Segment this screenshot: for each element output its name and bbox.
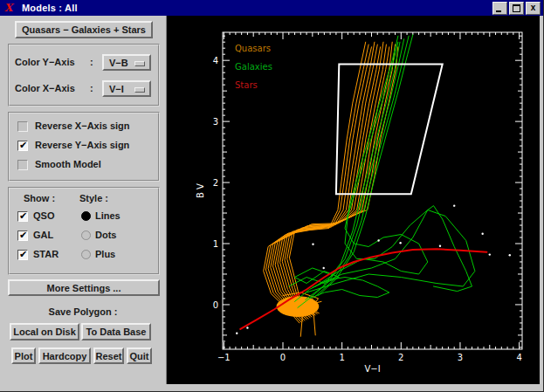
svg-text:2: 2 [213,178,218,188]
smooth-model-checkbox[interactable] [17,160,28,170]
star-label: STAR [33,249,59,259]
axis-options-group: Reverse X−Axis sign Reverse Y−Axis sign … [8,112,160,182]
svg-text:−1: −1 [217,353,231,362]
svg-text:4: 4 [516,353,521,362]
axis-select-group: Color Y−Axis : V−B Color X−Axis : V−I [8,44,160,107]
x11-app-icon: X [4,3,17,13]
reset-button[interactable]: Reset [93,347,124,364]
save-polygon-label: Save Polygon : [0,306,166,317]
close-button[interactable]: x [526,2,541,15]
plot-button[interactable]: Plot [11,347,36,364]
dots-label: Dots [95,230,116,240]
maximize-button[interactable] [509,2,524,15]
to-data-base-button[interactable]: To Data Base [81,323,151,340]
show-style-group: Show : Style : QSO Lines GAL Dots STAR P… [8,187,160,275]
control-panel: Quasars − Galaxies + Stars Color Y−Axis … [0,16,166,392]
reverse-x-checkbox[interactable] [17,121,28,132]
qso-checkbox[interactable] [17,211,28,222]
dots-radio[interactable] [81,230,91,240]
galaxies-series [289,35,475,308]
title-bar[interactable]: X Models : All x [0,0,544,16]
close-icon: x [527,2,540,13]
color-color-plot[interactable]: −10123401234V−IB VQuasarsGalaxiesStars [167,16,540,384]
minimize-button[interactable] [492,2,507,15]
legend-quasars: Quasars [235,44,271,53]
show-header: Show : [24,193,55,203]
reverse-y-label: Reverse Y−Axis sign [35,140,129,150]
quasars-series [264,42,398,336]
maximize-icon [513,4,520,12]
svg-text:0: 0 [213,300,218,310]
application-window: X Models : All x Quasars − Galaxies + St… [0,0,544,392]
gal-checkbox[interactable] [17,230,28,241]
x-axis-option-value: V−I [109,84,124,94]
color-y-axis-label: Color Y−Axis [15,57,75,67]
plot-legend: QuasarsGalaxiesStars [235,44,272,90]
svg-text:1: 1 [213,239,218,249]
color-x-axis-label: Color X−Axis [15,83,75,93]
axis-ticks [223,32,522,349]
colon-separator: : [90,57,93,67]
quit-button[interactable]: Quit [127,347,152,364]
window-title: Models : All [22,3,78,13]
legend-stars: Stars [235,80,258,90]
svg-text:1: 1 [339,353,344,362]
x-axis-option-menu[interactable]: V−I [102,80,151,97]
star-checkbox[interactable] [17,250,28,260]
y-axis-title: B V [196,183,205,198]
reverse-y-checkbox[interactable] [17,141,28,151]
svg-text:0: 0 [280,353,286,362]
smooth-model-label: Smooth Model [35,159,101,169]
more-settings-button[interactable]: More Settings ... [8,279,160,296]
y-axis-option-menu[interactable]: V−B [102,54,151,71]
y-axis-option-value: V−B [109,58,128,68]
lines-radio[interactable] [81,211,91,221]
gal-label: GAL [33,230,53,240]
lines-label: Lines [95,210,121,221]
models-header-button[interactable]: Quasars − Galaxies + Stars [15,21,153,38]
style-header: Style : [79,193,108,203]
local-on-disk-button[interactable]: Local on Disk [10,323,79,340]
plot-frame [223,32,522,349]
svg-text:3: 3 [213,117,218,127]
plus-label: Plus [95,249,115,259]
minimize-icon [496,10,501,12]
x-axis-title: V−I [364,364,380,374]
colon-separator: : [90,83,93,93]
svg-text:3: 3 [458,353,463,362]
svg-text:4: 4 [213,56,218,65]
legend-galaxies: Galaxies [235,62,272,72]
reverse-x-label: Reverse X−Axis sign [35,120,130,131]
hardcopy-button[interactable]: Hardcopy [38,347,91,364]
svg-text:2: 2 [398,353,403,362]
plus-radio[interactable] [81,250,91,259]
option-menu-icon [134,87,145,93]
option-menu-icon [134,61,145,66]
qso-label: QSO [33,210,54,221]
plot-panel: −10123401234V−IB VQuasarsGalaxiesStars [166,16,540,384]
